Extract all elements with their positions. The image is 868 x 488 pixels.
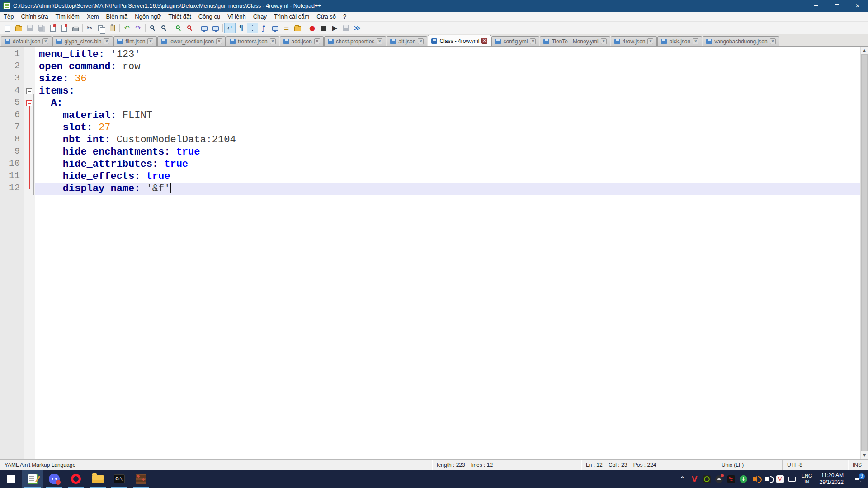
taskbar-app-discord[interactable] <box>43 470 65 488</box>
menu-item-c-a-s-[interactable]: Cửa sổ <box>313 12 340 21</box>
tab-default.json[interactable]: default.json✕ <box>1 36 52 46</box>
stop-macro-button[interactable]: ■ <box>318 23 329 33</box>
tab-tiente-money.yml[interactable]: TienTe - Money.yml✕ <box>540 36 610 46</box>
minimize-button[interactable] <box>806 0 826 12</box>
tab-close-icon[interactable]: ✕ <box>418 38 424 44</box>
tab-close-icon[interactable]: ✕ <box>270 38 276 44</box>
code-line[interactable]: display_name: '&f' <box>35 183 860 195</box>
tab-lower-section.json[interactable]: lower_section.json✕ <box>157 36 226 46</box>
vietkey-tray-icon[interactable]: V <box>774 470 786 488</box>
taskbar-app-notepad-plus-plus[interactable] <box>22 470 43 488</box>
sync-horizontal-button[interactable] <box>210 23 221 33</box>
document-list-button[interactable]: ≡ <box>281 23 292 33</box>
scroll-down-arrow[interactable]: ▼ <box>861 451 868 459</box>
open-file-button[interactable] <box>13 23 24 33</box>
menu-item-t-p[interactable]: Tệp <box>0 12 17 21</box>
tab-close-icon[interactable]: ✕ <box>104 38 109 44</box>
close-file-button[interactable] <box>47 23 58 33</box>
menu-item-ch-y[interactable]: Chạy <box>250 12 270 21</box>
tab-glyph-sizes.bin[interactable]: glyph_sizes.bin✕ <box>52 36 113 46</box>
scroll-up-arrow[interactable]: ▲ <box>861 47 868 54</box>
scrollbar-thumb[interactable] <box>861 54 868 451</box>
sync-vertical-button[interactable] <box>198 23 210 33</box>
cut-button[interactable]: ✂ <box>84 23 95 33</box>
taskbar-app-command-prompt[interactable]: C:\ <box>108 470 130 488</box>
taskbar-app-minecraft-server[interactable] <box>130 470 152 488</box>
find-button[interactable] <box>147 23 158 33</box>
tab-class-4row.yml[interactable]: Class - 4row.yml✕ <box>428 35 491 47</box>
tab-close-icon[interactable]: ✕ <box>216 38 222 44</box>
tab-pick.json[interactable]: pick.json✕ <box>657 36 702 46</box>
indent-guide-button[interactable]: ⋮ <box>247 23 258 33</box>
folder-as-workspace-button[interactable] <box>292 23 303 33</box>
play-macro-button[interactable]: ▶ <box>329 23 340 33</box>
code-line[interactable]: material: FLINT <box>35 109 860 122</box>
record-macro-button[interactable]: ● <box>307 23 318 33</box>
action-center-button[interactable]: 9 <box>848 476 866 482</box>
paste-button[interactable] <box>107 23 118 33</box>
tab-vangobachduong.json[interactable]: vangobachduong.json✕ <box>703 36 779 46</box>
tab-close-icon[interactable]: ✕ <box>647 38 653 44</box>
replace-button[interactable] <box>158 23 170 33</box>
code-line[interactable]: hide_effects: true <box>35 170 860 183</box>
menu-item-?[interactable]: ? <box>340 12 350 21</box>
undo-button[interactable]: ↶ <box>121 23 132 33</box>
menu-item-ch-nh-s-a[interactable]: Chỉnh sửa <box>17 12 52 21</box>
print-button[interactable] <box>70 23 81 33</box>
restore-button[interactable] <box>826 0 847 12</box>
code-line[interactable]: menu_title: '123' <box>35 48 860 61</box>
clock[interactable]: 11:20 AM29/1/2022 <box>816 472 847 486</box>
code-line[interactable]: hide_enchantments: true <box>35 146 860 158</box>
tab-close-icon[interactable]: ✕ <box>42 38 48 44</box>
tab-config.yml[interactable]: config.yml✕ <box>491 36 539 46</box>
tab-trentest.json[interactable]: trentest.json✕ <box>226 36 279 46</box>
menu-item-t-m-ki-m[interactable]: Tìm kiếm <box>52 12 83 21</box>
close-all-button[interactable] <box>58 23 70 33</box>
status-typing-mode[interactable]: INS <box>848 460 868 470</box>
function-list-button[interactable]: ƒ <box>258 23 269 33</box>
tab-flint.json[interactable]: flint.json✕ <box>113 36 157 46</box>
taskbar-app-file-explorer[interactable] <box>87 470 108 488</box>
menu-item-xem[interactable]: Xem <box>83 12 103 21</box>
tab-close-icon[interactable]: ✕ <box>314 38 320 44</box>
code-line[interactable]: size: 36 <box>35 73 860 85</box>
status-encoding[interactable]: UTF-8 <box>783 460 848 470</box>
tab-close-icon[interactable]: ✕ <box>377 38 382 44</box>
code-line[interactable]: items: <box>35 85 860 97</box>
menu-item-bi-n-m-[interactable]: Biên mã <box>103 12 132 21</box>
tab-close-icon[interactable]: ✕ <box>770 38 776 44</box>
show-all-characters-button[interactable]: ¶ <box>236 23 247 33</box>
tab-close-icon[interactable]: ✕ <box>147 38 153 44</box>
tab-4row.json[interactable]: 4row.json✕ <box>611 36 657 46</box>
menu-item-v-l-nh[interactable]: Vĩ lệnh <box>224 12 249 21</box>
nvidia-settings-tray-icon[interactable] <box>701 470 712 488</box>
zoom-out-button[interactable] <box>184 23 195 33</box>
code-line[interactable]: A: <box>35 97 860 109</box>
menu-item-ng-n-ng-[interactable]: Ngôn ngữ <box>131 12 165 21</box>
volume-mixer-tray-icon[interactable] <box>750 470 761 488</box>
tab-alt.json[interactable]: alt.json✕ <box>387 36 427 46</box>
language-indicator[interactable]: ENGIN <box>799 473 815 485</box>
discord-tray-tray-icon[interactable] <box>713 470 725 488</box>
msi-dragon-center-tray-icon[interactable] <box>726 470 737 488</box>
menu-item-thi-t-t[interactable]: Thiết đặt <box>165 12 195 21</box>
new-file-button[interactable] <box>2 23 13 33</box>
vertical-scrollbar[interactable]: ▲ ▼ <box>860 47 868 459</box>
internet-download-manager-tray-icon[interactable]: ↓ <box>738 470 749 488</box>
hidden-icons-tray-icon[interactable]: ^ <box>677 470 688 488</box>
red-v-tray-icon[interactable]: V <box>689 470 700 488</box>
tab-close-icon[interactable]: ✕ <box>530 38 536 44</box>
code-line[interactable]: nbt_int: CustomModelData:2104 <box>35 134 860 146</box>
menu-item-c-ng-c-[interactable]: Công cụ <box>195 12 224 21</box>
redo-button[interactable]: ↷ <box>132 23 144 33</box>
start-button[interactable] <box>0 470 22 488</box>
tab-add.json[interactable]: add.json✕ <box>280 36 324 46</box>
menu-item-tr-nh-c-i-c-m[interactable]: Trình cài cắm <box>270 12 313 21</box>
copy-button[interactable] <box>95 23 107 33</box>
taskbar-app-opera[interactable] <box>65 470 87 488</box>
status-eol-format[interactable]: Unix (LF) <box>717 460 783 470</box>
document-map-button[interactable] <box>269 23 281 33</box>
speaker-tray-icon[interactable] <box>762 470 774 488</box>
fold-collapse-icon[interactable] <box>26 88 32 94</box>
zoom-in-button[interactable] <box>173 23 184 33</box>
